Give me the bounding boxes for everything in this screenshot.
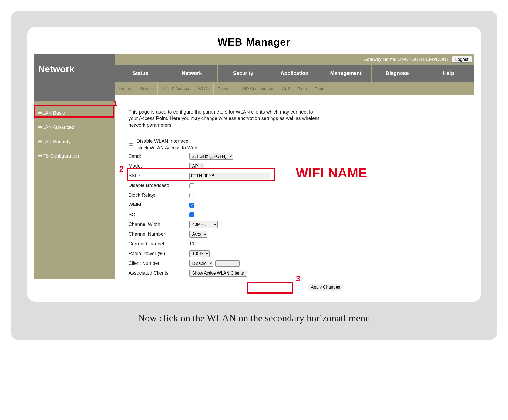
subtab-binding[interactable]: Binding (136, 82, 158, 95)
main-tabs: Status Network Security Application Mana… (115, 65, 474, 82)
client-number-extra (215, 260, 240, 267)
subtab-label: Internet (119, 86, 133, 91)
channel-number-select[interactable]: Auto (189, 231, 207, 238)
radio-power-select[interactable]: 100% (189, 250, 210, 257)
subtab-remote[interactable]: Remote (214, 82, 236, 95)
annotation-number-3: 3 (296, 274, 301, 283)
content-area: This page is used to configure the param… (115, 101, 474, 296)
channel-width-label: Channel Width: (129, 222, 189, 227)
subtab-label: Remote (217, 86, 232, 91)
subtab-label: LAN IP Address (162, 86, 190, 91)
tab-label: Network (182, 70, 202, 76)
annotation-wifi-name: WIFI NAME (296, 165, 368, 180)
subtab-label: LOID Configuration (240, 86, 274, 91)
channel-width-select[interactable]: 40MHz (189, 221, 218, 228)
sgi-checkbox[interactable]: ✓ (189, 212, 194, 217)
subtab-label: QoS (282, 86, 290, 91)
sidebar-item-wlan-advanced[interactable]: WLAN Advanced (34, 120, 115, 135)
tab-label: Status (133, 70, 148, 76)
block-web-checkbox[interactable] (129, 145, 133, 150)
channel-number-label: Channel Number: (129, 231, 189, 237)
mode-select[interactable]: AP (189, 163, 204, 169)
mode-label: Mode: (129, 163, 189, 169)
ssid-input[interactable] (189, 173, 270, 179)
tab-diagnose[interactable]: Diagnose (372, 65, 423, 82)
subtab-label: Router (315, 86, 327, 91)
instruction-text: Now click on the WLAN on the secondary h… (27, 312, 481, 324)
block-web-label: Block WLAN Access to Web (137, 145, 197, 151)
annotation-box-3 (247, 282, 293, 294)
subtab-time[interactable]: Time (294, 82, 311, 95)
sidebar: WLAN Basic WLAN Advanced WLAN Security W… (34, 101, 115, 279)
radio-power-label: Radio Power (%): (129, 251, 189, 256)
intro-text: This page is used to configure the param… (129, 109, 323, 132)
wlan-basic-form: Disable WLAN Interface Block WLAN Access… (129, 138, 463, 291)
tab-network[interactable]: Network (166, 65, 218, 82)
tab-application[interactable]: Application (269, 65, 320, 82)
current-channel-value: 11 (189, 241, 195, 247)
client-number-select[interactable]: Disable (189, 260, 213, 267)
section-header: Network (34, 54, 115, 101)
sgi-label: SGI: (129, 212, 189, 218)
band-label: Band: (129, 154, 189, 159)
sidebar-item-label: WPS Configuration (38, 153, 79, 159)
tab-security[interactable]: Security (218, 65, 269, 82)
top-bar: Gateway Name: SY-GPON-1110-WDONT Logout (115, 54, 474, 65)
disable-broadcast-checkbox[interactable] (189, 183, 194, 188)
tab-status[interactable]: Status (115, 65, 166, 82)
tab-label: Help (443, 70, 454, 76)
sub-tabs: Internet Binding LAN IP Address WLAN Rem… (115, 82, 474, 95)
show-active-clients-button[interactable]: Show Active WLAN Clients (189, 270, 247, 277)
wmm-checkbox[interactable]: ✓ (189, 203, 194, 208)
gateway-name: Gateway Name: SY-GPON-1110-WDONT (364, 57, 449, 62)
apply-label: Apply Changes (311, 285, 340, 289)
logout-button[interactable]: Logout (452, 56, 472, 63)
subtab-lan-ip[interactable]: LAN IP Address (158, 82, 194, 95)
tab-label: Security (233, 70, 253, 76)
sidebar-item-label: WLAN Security (38, 139, 71, 144)
disable-wlan-checkbox[interactable] (129, 139, 133, 144)
sidebar-item-wlan-security[interactable]: WLAN Security (34, 135, 115, 149)
associated-clients-label: Associated Clients: (129, 270, 189, 276)
disable-wlan-label: Disable WLAN Interface (137, 138, 189, 144)
section-title: Network (38, 64, 75, 74)
subtab-router[interactable]: Router (311, 82, 331, 95)
apply-changes-button[interactable]: Apply Changes (308, 284, 343, 291)
show-clients-label: Show Active WLAN Clients (192, 271, 244, 275)
sidebar-item-label: WLAN Advanced (38, 125, 75, 130)
page-title: WEBManager (34, 36, 474, 48)
client-number-label: Client Number: (129, 261, 189, 266)
tab-label: Diagnose (386, 70, 409, 76)
current-channel-label: Current Channel: (129, 241, 189, 247)
tab-help[interactable]: Help (423, 65, 474, 82)
annotation-number-1: 1 (113, 99, 117, 108)
subtab-label: Time (298, 86, 307, 91)
sidebar-item-label: WLAN Basic (38, 110, 65, 116)
block-relay-checkbox[interactable] (189, 193, 194, 198)
subtab-internet[interactable]: Internet (115, 82, 137, 95)
ssid-label: SSID: (129, 173, 189, 179)
subtab-wlan[interactable]: WLAN (194, 82, 214, 95)
disable-broadcast-label: Disable Broadcast: (129, 183, 189, 188)
subtab-label: Binding (140, 86, 154, 91)
logout-label: Logout (455, 57, 469, 62)
band-select[interactable]: 2.4 GHz (B+G+N) (189, 153, 233, 160)
subtab-label: WLAN (198, 86, 210, 91)
sidebar-item-wlan-basic[interactable]: WLAN Basic (34, 106, 115, 120)
tab-management[interactable]: Management (320, 65, 372, 82)
subtab-loid[interactable]: LOID Configuration (236, 82, 278, 95)
wmm-label: WMM: (129, 202, 189, 208)
tab-label: Application (281, 70, 308, 76)
sidebar-item-wps-config[interactable]: WPS Configuration (34, 149, 115, 163)
subtab-qos[interactable]: QoS (278, 82, 294, 95)
annotation-number-2: 2 (119, 164, 124, 174)
title-part-manager: Manager (246, 36, 290, 48)
block-relay-label: Block Relay: (129, 192, 189, 198)
title-part-web: WEB (218, 36, 243, 48)
tab-label: Management (330, 70, 362, 76)
